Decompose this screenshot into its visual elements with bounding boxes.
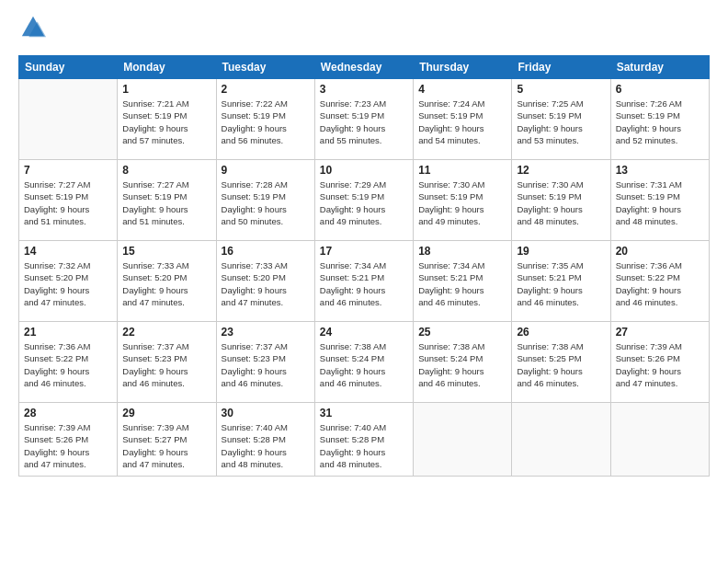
day-info: Sunrise: 7:40 AMSunset: 5:28 PMDaylight:…: [222, 421, 310, 470]
day-info: Sunrise: 7:38 AMSunset: 5:25 PMDaylight:…: [517, 340, 605, 389]
calendar-cell: 9Sunrise: 7:28 AMSunset: 5:19 PMDaylight…: [216, 160, 314, 241]
day-number: 1: [122, 83, 210, 96]
week-row-2: 7Sunrise: 7:27 AMSunset: 5:19 PMDaylight…: [19, 160, 710, 241]
calendar-cell: 28Sunrise: 7:39 AMSunset: 5:26 PMDayligh…: [19, 403, 118, 477]
day-number: 29: [122, 407, 210, 419]
logo: [18, 15, 50, 44]
day-number: 9: [222, 164, 310, 177]
calendar-cell: 23Sunrise: 7:37 AMSunset: 5:23 PMDayligh…: [216, 322, 314, 403]
day-number: 19: [517, 245, 605, 258]
day-number: 3: [320, 83, 408, 96]
calendar-cell: [414, 403, 512, 477]
day-info: Sunrise: 7:23 AMSunset: 5:19 PMDaylight:…: [320, 98, 408, 146]
day-info: Sunrise: 7:36 AMSunset: 5:22 PMDaylight:…: [616, 259, 704, 308]
day-number: 8: [122, 164, 210, 177]
calendar-cell: 19Sunrise: 7:35 AMSunset: 5:21 PMDayligh…: [512, 241, 610, 322]
page: SundayMondayTuesdayWednesdayThursdayFrid…: [0, 0, 728, 563]
calendar-cell: 5Sunrise: 7:25 AMSunset: 5:19 PMDaylight…: [512, 79, 610, 160]
day-info: Sunrise: 7:39 AMSunset: 5:26 PMDaylight:…: [616, 340, 704, 389]
calendar: SundayMondayTuesdayWednesdayThursdayFrid…: [18, 55, 710, 477]
day-number: 11: [418, 164, 506, 177]
day-info: Sunrise: 7:40 AMSunset: 5:28 PMDaylight:…: [320, 421, 408, 470]
day-info: Sunrise: 7:29 AMSunset: 5:19 PMDaylight:…: [320, 178, 408, 227]
calendar-cell: 2Sunrise: 7:22 AMSunset: 5:19 PMDaylight…: [216, 79, 314, 160]
day-number: 17: [320, 245, 408, 258]
calendar-cell: 10Sunrise: 7:29 AMSunset: 5:19 PMDayligh…: [314, 160, 413, 241]
day-number: 30: [222, 407, 310, 419]
calendar-cell: [610, 403, 709, 477]
day-number: 26: [517, 326, 605, 339]
day-number: 13: [616, 164, 704, 177]
calendar-cell: 4Sunrise: 7:24 AMSunset: 5:19 PMDaylight…: [414, 79, 512, 160]
logo-icon: [20, 15, 46, 40]
day-info: Sunrise: 7:33 AMSunset: 5:20 PMDaylight:…: [122, 259, 210, 308]
calendar-cell: 7Sunrise: 7:27 AMSunset: 5:19 PMDaylight…: [19, 160, 118, 241]
day-info: Sunrise: 7:39 AMSunset: 5:26 PMDaylight:…: [24, 421, 112, 470]
calendar-cell: 6Sunrise: 7:26 AMSunset: 5:19 PMDaylight…: [610, 79, 709, 160]
day-info: Sunrise: 7:35 AMSunset: 5:21 PMDaylight:…: [517, 259, 605, 308]
day-info: Sunrise: 7:31 AMSunset: 5:19 PMDaylight:…: [616, 178, 704, 227]
day-number: 31: [320, 407, 408, 419]
day-number: 10: [320, 164, 408, 177]
calendar-cell: 22Sunrise: 7:37 AMSunset: 5:23 PMDayligh…: [118, 322, 216, 403]
day-info: Sunrise: 7:28 AMSunset: 5:19 PMDaylight:…: [222, 178, 310, 227]
calendar-cell: 3Sunrise: 7:23 AMSunset: 5:19 PMDaylight…: [314, 79, 413, 160]
day-number: 6: [616, 83, 704, 96]
day-info: Sunrise: 7:38 AMSunset: 5:24 PMDaylight:…: [418, 340, 506, 389]
calendar-cell: 17Sunrise: 7:34 AMSunset: 5:21 PMDayligh…: [314, 241, 413, 322]
day-info: Sunrise: 7:34 AMSunset: 5:21 PMDaylight:…: [418, 259, 506, 308]
day-info: Sunrise: 7:21 AMSunset: 5:19 PMDaylight:…: [122, 98, 210, 146]
calendar-cell: 1Sunrise: 7:21 AMSunset: 5:19 PMDaylight…: [118, 79, 216, 160]
weekday-header-monday: Monday: [118, 56, 216, 79]
day-number: 5: [517, 83, 605, 96]
day-info: Sunrise: 7:37 AMSunset: 5:23 PMDaylight:…: [222, 340, 310, 389]
day-info: Sunrise: 7:33 AMSunset: 5:20 PMDaylight:…: [222, 259, 310, 308]
calendar-cell: 31Sunrise: 7:40 AMSunset: 5:28 PMDayligh…: [314, 403, 413, 477]
day-number: 16: [222, 245, 310, 258]
calendar-cell: 12Sunrise: 7:30 AMSunset: 5:19 PMDayligh…: [512, 160, 610, 241]
week-row-4: 21Sunrise: 7:36 AMSunset: 5:22 PMDayligh…: [19, 322, 710, 403]
day-number: 18: [418, 245, 506, 258]
day-number: 20: [616, 245, 704, 258]
weekday-header-wednesday: Wednesday: [314, 56, 413, 79]
calendar-cell: 20Sunrise: 7:36 AMSunset: 5:22 PMDayligh…: [610, 241, 709, 322]
day-info: Sunrise: 7:30 AMSunset: 5:19 PMDaylight:…: [418, 178, 506, 227]
day-info: Sunrise: 7:32 AMSunset: 5:20 PMDaylight:…: [24, 259, 112, 308]
day-info: Sunrise: 7:34 AMSunset: 5:21 PMDaylight:…: [320, 259, 408, 308]
day-number: 23: [222, 326, 310, 339]
week-row-5: 28Sunrise: 7:39 AMSunset: 5:26 PMDayligh…: [19, 403, 710, 477]
day-info: Sunrise: 7:36 AMSunset: 5:22 PMDaylight:…: [24, 340, 112, 389]
calendar-cell: 13Sunrise: 7:31 AMSunset: 5:19 PMDayligh…: [610, 160, 709, 241]
day-number: 14: [24, 245, 112, 258]
calendar-cell: 24Sunrise: 7:38 AMSunset: 5:24 PMDayligh…: [314, 322, 413, 403]
calendar-cell: 27Sunrise: 7:39 AMSunset: 5:26 PMDayligh…: [610, 322, 709, 403]
calendar-cell: 15Sunrise: 7:33 AMSunset: 5:20 PMDayligh…: [118, 241, 216, 322]
day-number: 21: [24, 326, 112, 339]
day-number: 28: [24, 407, 112, 419]
weekday-header-tuesday: Tuesday: [216, 56, 314, 79]
calendar-cell: 18Sunrise: 7:34 AMSunset: 5:21 PMDayligh…: [414, 241, 512, 322]
week-row-3: 14Sunrise: 7:32 AMSunset: 5:20 PMDayligh…: [19, 241, 710, 322]
day-info: Sunrise: 7:30 AMSunset: 5:19 PMDaylight:…: [517, 178, 605, 227]
calendar-cell: 14Sunrise: 7:32 AMSunset: 5:20 PMDayligh…: [19, 241, 118, 322]
calendar-cell: 25Sunrise: 7:38 AMSunset: 5:24 PMDayligh…: [414, 322, 512, 403]
calendar-cell: 26Sunrise: 7:38 AMSunset: 5:25 PMDayligh…: [512, 322, 610, 403]
day-number: 12: [517, 164, 605, 177]
day-info: Sunrise: 7:27 AMSunset: 5:19 PMDaylight:…: [122, 178, 210, 227]
calendar-cell: 8Sunrise: 7:27 AMSunset: 5:19 PMDaylight…: [118, 160, 216, 241]
calendar-cell: 21Sunrise: 7:36 AMSunset: 5:22 PMDayligh…: [19, 322, 118, 403]
calendar-cell: 16Sunrise: 7:33 AMSunset: 5:20 PMDayligh…: [216, 241, 314, 322]
day-number: 22: [122, 326, 210, 339]
day-number: 15: [122, 245, 210, 258]
calendar-cell: [512, 403, 610, 477]
calendar-cell: 11Sunrise: 7:30 AMSunset: 5:19 PMDayligh…: [414, 160, 512, 241]
day-info: Sunrise: 7:38 AMSunset: 5:24 PMDaylight:…: [320, 340, 408, 389]
day-info: Sunrise: 7:25 AMSunset: 5:19 PMDaylight:…: [517, 98, 605, 146]
day-info: Sunrise: 7:39 AMSunset: 5:27 PMDaylight:…: [122, 421, 210, 470]
weekday-header-saturday: Saturday: [610, 56, 709, 79]
day-info: Sunrise: 7:26 AMSunset: 5:19 PMDaylight:…: [616, 98, 704, 146]
day-number: 4: [418, 83, 506, 96]
weekday-header-thursday: Thursday: [414, 56, 512, 79]
day-info: Sunrise: 7:24 AMSunset: 5:19 PMDaylight:…: [418, 98, 506, 146]
calendar-cell: 29Sunrise: 7:39 AMSunset: 5:27 PMDayligh…: [118, 403, 216, 477]
